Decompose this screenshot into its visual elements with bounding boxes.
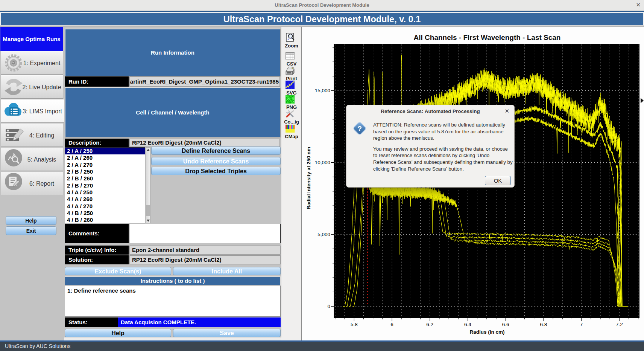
svg-text:6: 6 [390,322,393,327]
svg-text:10,000: 10,000 [315,160,330,165]
svg-text:5,000: 5,000 [317,232,330,237]
svg-text:6.2: 6.2 [426,322,433,327]
svg-text:?: ? [357,125,362,133]
svg-text:7: 7 [580,322,583,327]
svg-text:15,000: 15,000 [315,88,330,93]
svg-text:7.2: 7.2 [616,322,623,327]
svg-text:5.8: 5.8 [351,322,358,327]
svg-text:6.8: 6.8 [540,322,547,327]
svg-text:6.4: 6.4 [464,322,471,327]
svg-text:0: 0 [327,304,330,309]
svg-text:6.6: 6.6 [502,322,509,327]
